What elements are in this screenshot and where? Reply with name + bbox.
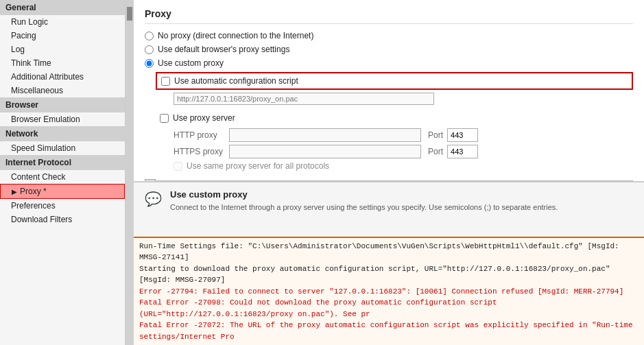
radio-default-proxy[interactable]: Use default browser's proxy settings (145, 45, 633, 54)
sidebar-item-miscellaneous[interactable]: Miscellaneous (0, 84, 125, 97)
radio-default-proxy-label: Use default browser's proxy settings (158, 45, 289, 54)
auto-config-checkbox[interactable] (161, 77, 170, 86)
https-port-input[interactable] (447, 145, 478, 158)
https-proxy-row: HTTPS proxy Port (174, 145, 633, 158)
log-line-5: Fatal Error -27072: The URL of the proxy… (139, 320, 639, 342)
info-text: Use custom proxy Connect to the Internet… (170, 189, 558, 213)
sidebar-section-internet-protocol: Internet Protocol (0, 155, 125, 170)
log-line-3: Error -27794: Failed to connect to serve… (139, 286, 639, 298)
sidebar-item-proxy[interactable]: ▶ Proxy * (0, 184, 125, 199)
http-port-label: Port (428, 130, 443, 140)
info-icon: 💬 (145, 191, 162, 207)
log-line-1: Run-Time Settings file: "C:\Users\Admini… (139, 241, 639, 263)
https-port-label: Port (428, 147, 443, 156)
proxy-arrow-icon: ▶ (12, 188, 17, 195)
sidebar-item-content-check[interactable]: Content Check (0, 170, 125, 184)
sidebar-section-general: General (0, 0, 125, 15)
radio-custom-proxy-input[interactable] (145, 59, 154, 68)
sidebar-item-log[interactable]: Log (0, 43, 125, 56)
use-proxy-server-checkbox[interactable] (160, 114, 169, 123)
radio-no-proxy[interactable]: No proxy (direct connection to the Inter… (145, 31, 633, 40)
info-desc: Connect to the Internet through a proxy … (170, 202, 558, 213)
log-line-2: Starting to download the proxy automatic… (139, 263, 639, 286)
sidebar-item-speed-simulation[interactable]: Speed Simulation (0, 141, 125, 155)
proxy-settings-panel: Proxy No proxy (direct connection to the… (134, 0, 644, 182)
scroll-thumb[interactable] (127, 7, 132, 21)
sidebar-item-pacing[interactable]: Pacing (0, 29, 125, 43)
auto-config-label: Use automatic configuration script (174, 76, 298, 86)
radio-custom-proxy[interactable]: Use custom proxy (145, 58, 633, 68)
sidebar-item-additional-attributes[interactable]: Additional Attributes (0, 70, 125, 84)
log-area: Run-Time Settings file: "C:\Users\Admini… (134, 237, 644, 346)
same-proxy-label: Use same proxy server for all protocols (187, 161, 329, 171)
http-proxy-label: HTTP proxy (174, 130, 225, 140)
auto-config-row: Use automatic configuration script (156, 72, 633, 90)
sidebar-scrollbar[interactable] (126, 0, 134, 345)
sidebar-item-preferences[interactable]: Preferences (0, 199, 125, 213)
scroll-left-row: ‹ (145, 176, 633, 182)
use-proxy-server-label: Use proxy server (173, 113, 235, 123)
sidebar-section-network: Network (0, 126, 125, 141)
custom-proxy-section: Use automatic configuration script Use p… (156, 72, 633, 171)
same-proxy-row: Use same proxy server for all protocols (174, 161, 633, 171)
https-proxy-label: HTTPS proxy (174, 147, 225, 156)
proxy-title: Proxy (145, 8, 633, 24)
radio-default-proxy-input[interactable] (145, 45, 154, 54)
sidebar-item-run-logic[interactable]: Run Logic (0, 15, 125, 29)
http-port-input[interactable] (447, 128, 478, 142)
radio-no-proxy-input[interactable] (145, 32, 154, 40)
radio-no-proxy-label: No proxy (direct connection to the Inter… (158, 31, 313, 40)
radio-custom-proxy-label: Use custom proxy (158, 58, 224, 68)
sidebar-item-think-time[interactable]: Think Time (0, 56, 125, 70)
https-proxy-input[interactable] (229, 145, 421, 158)
same-proxy-checkbox[interactable] (174, 162, 182, 171)
url-input-row (174, 93, 633, 105)
sidebar-item-browser-emulation[interactable]: Browser Emulation (0, 112, 125, 126)
info-panel: 💬 Use custom proxy Connect to the Intern… (134, 182, 644, 237)
use-proxy-server-row: Use proxy server (156, 110, 633, 126)
proxy-url-input[interactable] (174, 93, 434, 105)
http-proxy-input[interactable] (229, 128, 421, 142)
sidebar-section-browser: Browser (0, 97, 125, 112)
log-line-4: Fatal Error -27098: Could not download t… (139, 297, 639, 320)
info-title: Use custom proxy (170, 189, 558, 200)
http-proxy-row: HTTP proxy Port (174, 128, 633, 142)
sidebar: General Run Logic Pacing Log Think Time … (0, 0, 126, 345)
sidebar-item-download-filters[interactable]: Download Filters (0, 213, 125, 226)
